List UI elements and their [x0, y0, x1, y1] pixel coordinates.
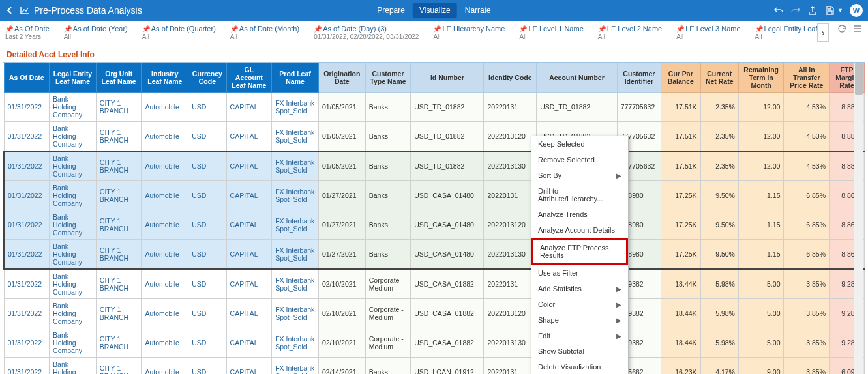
col-header-6[interactable]: Prod Leaf Name [272, 63, 319, 93]
mode-narrate[interactable]: Narrate [458, 3, 498, 18]
menu-item-7[interactable]: Use as Filter [531, 265, 628, 281]
cell: 01/05/2021 [318, 122, 365, 152]
filter-9[interactable]: 📌Legal Entity Leaf NameAll [755, 23, 817, 40]
col-header-0[interactable]: As Of Date [4, 63, 50, 93]
cell: Bank Holding Company [50, 93, 97, 122]
menu-item-4[interactable]: Analyze Trends [531, 207, 628, 222]
menu-item-13[interactable]: Delete Visualization [531, 359, 628, 374]
table-row[interactable]: 01/31/2022Bank Holding CompanyCITY 1 BRA… [4, 358, 865, 374]
col-header-8[interactable]: Customer Type Name [365, 63, 411, 93]
cell: CITY 1 BRANCH [96, 240, 142, 270]
cell: 5.00 [738, 328, 784, 358]
cell: Corporate - Medium [365, 299, 411, 328]
col-header-9[interactable]: Id Number [411, 63, 484, 93]
cell: Bank Holding Company [50, 151, 97, 181]
cell: USD_LOAN_01912 [411, 358, 484, 374]
table-row[interactable]: 01/31/2022Bank Holding CompanyCITY 1 BRA… [4, 299, 865, 328]
table-row[interactable]: 01/31/2022Bank Holding CompanyCITY 1 BRA… [4, 210, 865, 240]
list-icon[interactable] [852, 23, 863, 34]
mode-prepare[interactable]: Prepare [370, 3, 412, 18]
cell: 5.00 [738, 299, 784, 328]
cell: 2022013120 [484, 122, 537, 152]
table-row[interactable]: 01/31/2022Bank Holding CompanyCITY 1 BRA… [4, 122, 865, 152]
menu-item-10[interactable]: Shape▶ [531, 312, 628, 328]
col-header-14[interactable]: Current Net Rate [700, 63, 738, 93]
filter-8[interactable]: 📌LE Level 3 NameAll [676, 23, 740, 40]
cell: Banks [365, 240, 411, 270]
cell: 4.53% [784, 93, 830, 122]
filter-5[interactable]: 📌LE Hierarchy NameAll [433, 23, 505, 40]
col-header-7[interactable]: Origination Date [318, 63, 365, 93]
col-header-5[interactable]: GL Account Leaf Name [226, 63, 272, 93]
col-header-16[interactable]: All In Transfer Price Rate [784, 63, 830, 93]
cell: CITY 1 BRANCH [96, 358, 142, 374]
cell: FX Interbank Spot_Sold [272, 210, 319, 240]
cell: 12.00 [738, 151, 784, 181]
cell: 20220131 [484, 181, 537, 210]
col-header-4[interactable]: Currency Code [188, 63, 226, 93]
table-row[interactable]: 01/31/2022Bank Holding CompanyCITY 1 BRA… [4, 269, 865, 299]
save-icon[interactable] [824, 5, 835, 16]
menu-label: Shape [538, 316, 559, 324]
col-header-12[interactable]: Customer Identifier [617, 63, 661, 93]
undo-icon[interactable] [773, 5, 784, 16]
back-icon[interactable] [5, 6, 14, 15]
filter-4[interactable]: 📌As of Date (Day) (3)01/31/2022, 02/28/2… [314, 23, 419, 40]
export-icon[interactable] [807, 5, 818, 16]
col-header-13[interactable]: Cur Par Balance [661, 63, 700, 93]
filter-1[interactable]: 📌As of Date (Year)All [64, 23, 128, 40]
menu-item-1[interactable]: Remove Selected [531, 152, 628, 167]
cell: USD_CASA_01480 [411, 240, 484, 270]
menu-item-0[interactable]: Keep Selected [531, 136, 628, 152]
menu-label: Sort By [538, 171, 561, 179]
menu-item-9[interactable]: Color▶ [531, 296, 628, 312]
cell: FX Interbank Spot_Sold [272, 269, 319, 299]
col-header-3[interactable]: Industry Leaf Name [142, 63, 188, 93]
filter-3[interactable]: 📌As of Date (Month)All [230, 23, 299, 40]
menu-item-8[interactable]: Add Statistics▶ [531, 281, 628, 296]
mode-visualize[interactable]: Visualize [413, 3, 457, 18]
save-dropdown-icon[interactable]: ▼ [837, 7, 843, 14]
cell: 3.85% [784, 299, 830, 328]
table-row[interactable]: 01/31/2022Bank Holding CompanyCITY 1 BRA… [4, 328, 865, 358]
menu-item-3[interactable]: Drill to Attribute/Hierarchy... [531, 183, 628, 207]
filter-value: All [598, 33, 662, 40]
menu-label: Drill to Attribute/Hierarchy... [538, 187, 621, 203]
menu-item-2[interactable]: Sort By▶ [531, 167, 628, 183]
cell: Banks [365, 210, 411, 240]
vertical-scrollbar[interactable] [854, 63, 863, 374]
pin-icon: 📌 [5, 25, 13, 33]
filter-6[interactable]: 📌LE Level 1 NameAll [519, 23, 583, 40]
filter-7[interactable]: 📌LE Level 2 NameAll [598, 23, 662, 40]
table-row[interactable]: 01/31/2022Bank Holding CompanyCITY 1 BRA… [4, 93, 865, 122]
col-header-1[interactable]: Legal Entity Leaf Name [50, 63, 97, 93]
filter-2[interactable]: 📌As of Date (Quarter)All [142, 23, 216, 40]
col-header-10[interactable]: Identity Code [484, 63, 537, 93]
menu-item-6[interactable]: Analyze FTP Process Results [531, 238, 628, 265]
menu-item-11[interactable]: Edit▶ [531, 328, 628, 343]
avatar[interactable]: W [850, 4, 863, 17]
menu-item-12[interactable]: Show Subtotal [531, 343, 628, 359]
cell: Automobile [142, 269, 188, 299]
table-row[interactable]: 01/31/2022Bank Holding CompanyCITY 1 BRA… [4, 151, 865, 181]
filter-0[interactable]: 📌As Of DateLast 2 Years [5, 23, 50, 40]
cell: USD [188, 240, 226, 270]
redo-icon[interactable] [790, 5, 801, 16]
cell: CAPITAL [226, 240, 272, 270]
table-row[interactable]: 01/31/2022Bank Holding CompanyCITY 1 BRA… [4, 181, 865, 210]
cell: 02/10/2021 [318, 269, 365, 299]
cell: Corporate - Medium [365, 328, 411, 358]
menu-item-5[interactable]: Analyze Account Details [531, 222, 628, 238]
col-header-2[interactable]: Org Unit Leaf Name [96, 63, 142, 93]
cell: 6.85% [784, 181, 830, 210]
col-header-15[interactable]: Remaining Term in Month [738, 63, 784, 93]
col-header-11[interactable]: Account Number [537, 63, 617, 93]
cell: CAPITAL [226, 93, 272, 122]
cell: FX Interbank Spot_Sold [272, 299, 319, 328]
cell: Bank Holding Company [50, 358, 97, 374]
refresh-icon[interactable] [837, 23, 847, 34]
cell: 2022013120 [484, 210, 537, 240]
cell: Automobile [142, 181, 188, 210]
table-row[interactable]: 01/31/2022Bank Holding CompanyCITY 1 BRA… [4, 240, 865, 270]
filter-scroll-right[interactable]: › [817, 23, 829, 42]
